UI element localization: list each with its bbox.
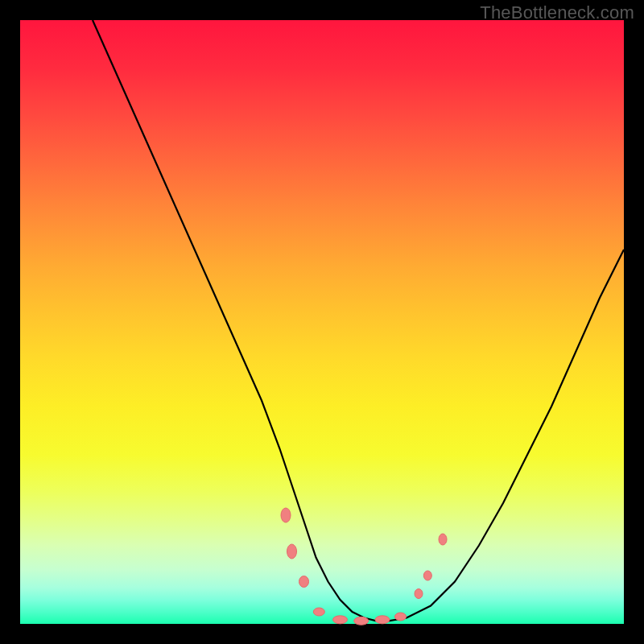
curve-marker — [423, 571, 431, 580]
chart-frame: TheBottleneck.com — [0, 0, 644, 644]
curve-marker — [415, 589, 423, 599]
curve-marker — [281, 508, 291, 522]
plot-area — [20, 20, 624, 624]
curve-marker — [439, 534, 447, 545]
watermark-text: TheBottleneck.com — [480, 2, 634, 23]
curve-marker — [299, 576, 309, 588]
bottleneck-curve — [93, 20, 624, 621]
curve-marker — [287, 544, 297, 559]
curve-marker — [354, 617, 369, 625]
curve-marker — [375, 616, 390, 624]
curve-marker — [395, 613, 407, 621]
curve-svg — [20, 20, 624, 624]
curve-marker — [313, 608, 324, 616]
curve-marker — [333, 616, 348, 624]
